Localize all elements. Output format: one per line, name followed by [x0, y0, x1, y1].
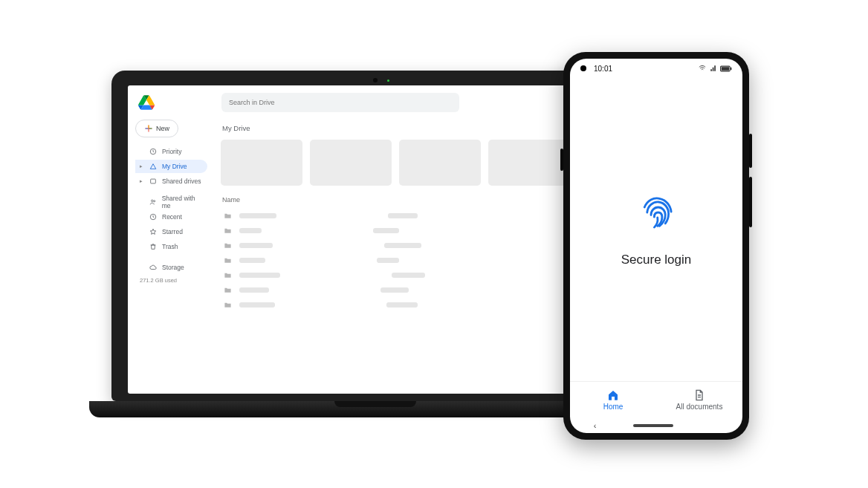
file-name-placeholder: [239, 258, 265, 263]
file-owner-placeholder: [386, 302, 418, 308]
file-name-placeholder: [239, 228, 262, 233]
file-row[interactable]: Sep 15, 2020: [221, 297, 608, 312]
folder-icon: [224, 241, 232, 250]
sidebar-item-storage[interactable]: Storage: [135, 261, 207, 274]
laptop-bezel: Search in Drive New: [111, 71, 639, 401]
file-name-placeholder: [239, 213, 276, 218]
tile[interactable]: [310, 140, 392, 186]
clock-icon: [149, 213, 157, 221]
sidebar-item-shared-drives[interactable]: ▸ Shared drives: [135, 175, 207, 188]
sidebar-item-label: Recent: [162, 213, 182, 221]
svg-rect-7: [731, 67, 732, 69]
new-button[interactable]: New: [135, 120, 178, 137]
svg-rect-1: [151, 179, 156, 183]
file-row[interactable]: Sep 15, 2020: [221, 282, 608, 297]
shared-drives-icon: [149, 178, 157, 185]
file-list: Jul 10, 2020Dec 21, 2018Dec 9, 2019Feb 2…: [221, 208, 608, 312]
drive-logo-icon: [138, 95, 155, 110]
phone-device: 10:01 Secure login H: [563, 52, 749, 440]
sidebar-item-recent[interactable]: Recent: [135, 210, 207, 224]
file-row[interactable]: Feb 26, 2021: [221, 253, 608, 267]
tab-home[interactable]: Home: [570, 382, 656, 418]
file-row[interactable]: Feb 26, 2021: [221, 267, 608, 282]
file-name-placeholder: [239, 287, 269, 293]
sidebar-item-my-drive[interactable]: ▸ My Drive: [135, 160, 207, 173]
plus-icon: [144, 124, 153, 133]
new-button-label: New: [156, 125, 169, 132]
phone-side-button: [560, 149, 563, 171]
storage-used-text: 271.2 GB used: [135, 277, 207, 284]
file-owner-placeholder: [392, 273, 425, 278]
svg-rect-6: [722, 67, 729, 71]
file-name-placeholder: [239, 302, 275, 308]
tile[interactable]: [488, 140, 570, 186]
home-icon: [607, 389, 619, 401]
phone-status-bar: 10:01: [570, 59, 742, 78]
file-name-placeholder: [239, 243, 273, 248]
sidebar-item-label: Shared with me: [162, 195, 203, 209]
secure-login-text: Secure login: [621, 253, 692, 267]
people-icon: [149, 198, 157, 206]
file-owner-placeholder: [388, 213, 418, 218]
trash-icon: [149, 243, 157, 250]
nav-home-pill[interactable]: [633, 424, 673, 427]
folder-icon: [224, 301, 232, 309]
phone-bottom-tabs: Home All documents: [570, 381, 742, 418]
drive-header: Search in Drive: [128, 85, 623, 117]
file-owner-placeholder: [377, 258, 399, 263]
sidebar-item-label: Trash: [162, 243, 178, 250]
suggested-tiles: [221, 140, 608, 186]
mydrive-icon: [149, 163, 157, 170]
sidebar-item-starred[interactable]: Starred: [135, 225, 207, 238]
drive-app: Search in Drive New: [128, 85, 623, 394]
tab-label: Home: [603, 403, 624, 411]
phone-side-button: [749, 177, 752, 227]
signal-icon: [710, 65, 717, 72]
list-header-name: Name: [222, 196, 608, 204]
tab-all-documents[interactable]: All documents: [656, 382, 742, 418]
star-icon: [149, 228, 157, 235]
file-owner-placeholder: [373, 228, 399, 233]
phone-content: Secure login: [570, 78, 742, 381]
sidebar-item-priority[interactable]: Priority: [135, 145, 207, 158]
wifi-icon: [698, 65, 707, 72]
fingerprint-icon[interactable]: [635, 192, 677, 233]
folder-icon: [224, 212, 232, 220]
battery-icon: [720, 65, 732, 72]
sidebar-item-label: Storage: [162, 264, 184, 271]
sidebar-item-label: Priority: [162, 148, 181, 155]
svg-point-3: [153, 201, 155, 202]
document-icon: [693, 389, 705, 401]
cloud-icon: [149, 264, 157, 271]
tab-label: All documents: [676, 403, 723, 411]
laptop-hinge-notch: [334, 401, 416, 407]
phone-screen: 10:01 Secure login H: [570, 59, 742, 433]
folder-icon: [224, 286, 232, 294]
tile[interactable]: [399, 140, 481, 186]
sidebar: New Priority ▸ My Drive ▸: [128, 117, 213, 394]
svg-point-2: [151, 200, 153, 202]
phone-side-button: [749, 134, 752, 168]
search-placeholder: Search in Drive: [229, 99, 275, 106]
sidebar-item-shared-with-me[interactable]: Shared with me: [135, 195, 207, 209]
nav-back-icon[interactable]: ‹: [594, 421, 597, 430]
status-time: 10:01: [594, 65, 612, 73]
tile[interactable]: [221, 140, 302, 186]
folder-icon: [224, 256, 232, 264]
status-icons: [698, 65, 732, 72]
file-row[interactable]: Dec 21, 2018: [221, 223, 608, 238]
phone-navbar: ‹: [570, 418, 742, 433]
file-owner-placeholder: [384, 243, 421, 248]
section-title: My Drive: [222, 124, 608, 132]
sidebar-item-label: My Drive: [162, 163, 187, 170]
caret-icon: ▸: [140, 163, 144, 169]
priority-icon: [149, 148, 157, 155]
caret-icon: ▸: [140, 178, 144, 184]
phone-camera-hole: [580, 65, 586, 71]
file-row[interactable]: Jul 10, 2020: [221, 208, 608, 223]
file-row[interactable]: Dec 9, 2019: [221, 238, 608, 253]
sidebar-item-trash[interactable]: Trash: [135, 240, 207, 253]
file-name-placeholder: [239, 273, 280, 278]
search-input[interactable]: Search in Drive: [221, 93, 459, 112]
drive-body: New Priority ▸ My Drive ▸: [128, 117, 623, 394]
